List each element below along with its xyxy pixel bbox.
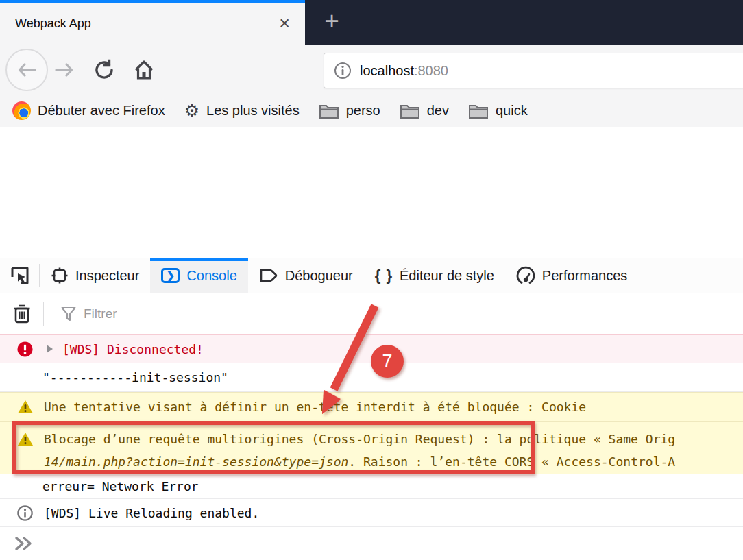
tab-close-icon[interactable]: × — [275, 14, 294, 33]
double-chevron-icon — [14, 535, 34, 552]
tab-debugger[interactable]: Débogueur — [248, 258, 364, 293]
request-url: 14/main.php?action=init-session&type=jso… — [44, 454, 348, 469]
url-port: :8080 — [414, 63, 448, 78]
tab-label: Débogueur — [285, 268, 353, 284]
warning-icon — [17, 432, 34, 446]
tab-title: Webpack App — [15, 16, 275, 31]
tab-performance[interactable]: Performances — [505, 258, 639, 293]
console-icon: ❯ — [161, 268, 180, 283]
bookmark-folder-quick[interactable]: quick — [468, 103, 528, 119]
tab-label: Performances — [542, 268, 628, 284]
url-text: localhost:8080 — [360, 63, 448, 79]
folder-icon — [400, 103, 420, 119]
bookmarks-toolbar: Débuter avec Firefox ⚙ Les plus visités … — [0, 95, 743, 127]
bookmark-label: dev — [427, 103, 449, 119]
bookmark-label: Débuter avec Firefox — [38, 103, 165, 119]
tab-bar: Webpack App × + — [0, 0, 743, 45]
console-message: Blocage d’une requête multiorigines (Cro… — [44, 428, 675, 473]
bookmark-get-started[interactable]: Débuter avec Firefox — [12, 101, 165, 120]
console-message: erreur= Network Error — [42, 479, 199, 494]
bookmark-most-visited[interactable]: ⚙ Les plus visités — [184, 102, 300, 119]
expand-arrow-icon[interactable] — [47, 345, 53, 353]
inspector-icon — [51, 267, 69, 284]
braces-icon: { } — [375, 267, 393, 284]
new-tab-button[interactable]: + — [317, 5, 347, 37]
bookmark-folder-dev[interactable]: dev — [400, 103, 449, 119]
warning-line-1: Blocage d’une requête multiorigines (Cro… — [44, 428, 675, 450]
tab-webpack-app[interactable]: Webpack App × — [0, 0, 305, 45]
bookmark-label: Les plus visités — [206, 103, 300, 119]
home-button[interactable] — [129, 55, 159, 85]
console-row-log[interactable]: "-----------init-session" — [0, 363, 743, 392]
warning-line-2: 14/main.php?action=init-session&type=jso… — [44, 450, 675, 473]
filter-input[interactable] — [84, 306, 289, 321]
trash-icon — [13, 304, 31, 324]
debugger-icon — [259, 267, 278, 284]
performance-gauge-icon — [516, 266, 535, 285]
console-input-row[interactable] — [0, 527, 743, 560]
tab-console[interactable]: ❯ Console — [150, 258, 247, 293]
tab-label: Inspecteur — [75, 268, 139, 284]
tab-style-editor[interactable]: { } Éditeur de style — [364, 258, 505, 293]
console-row-error[interactable]: [WDS] Disconnected! — [0, 334, 743, 363]
page-content — [0, 127, 743, 258]
error-icon — [17, 341, 33, 357]
devtools-panel: Inspecteur ❯ Console Débogueur { } Édite… — [0, 258, 743, 560]
node-picker-button[interactable] — [0, 264, 40, 287]
forward-arrow-icon — [54, 60, 75, 80]
firefox-logo-icon — [12, 101, 31, 120]
warning-icon — [17, 400, 34, 414]
console-row-warning[interactable]: Une tentative visant à définir un en-têt… — [0, 392, 743, 422]
console-row-log[interactable]: erreur= Network Error — [0, 474, 743, 499]
console-toolbar — [0, 293, 743, 334]
reload-icon — [93, 59, 115, 81]
devtools-tabbar: Inspecteur ❯ Console Débogueur { } Édite… — [0, 258, 743, 293]
forward-button[interactable] — [49, 55, 80, 85]
console-message: [WDS] Disconnected! — [62, 342, 204, 356]
home-icon — [133, 59, 155, 81]
console-row-warning-cors[interactable]: Blocage d’une requête multiorigines (Cro… — [0, 422, 743, 474]
reload-button[interactable] — [89, 55, 119, 85]
gear-icon: ⚙ — [184, 102, 199, 119]
tab-inspector[interactable]: Inspecteur — [40, 258, 150, 293]
browser-window: Webpack App × + — [0, 0, 743, 560]
bookmark-folder-perso[interactable]: perso — [319, 103, 380, 119]
tab-label: Console — [186, 268, 236, 284]
console-message: Une tentative visant à définir un en-têt… — [44, 400, 586, 414]
url-bar[interactable]: localhost:8080 — [324, 53, 743, 88]
back-arrow-icon — [16, 60, 37, 80]
folder-icon — [319, 103, 339, 119]
filter-funnel-icon — [60, 306, 77, 322]
info-icon — [17, 505, 33, 521]
site-info-icon[interactable] — [334, 62, 352, 80]
url-host: localhost — [360, 63, 414, 78]
bookmark-label: perso — [346, 103, 380, 119]
console-message: "-----------init-session" — [42, 370, 228, 385]
console-message: [WDS] Live Reloading enabled. — [44, 506, 259, 520]
node-picker-icon — [10, 265, 30, 286]
clear-console-button[interactable] — [0, 302, 44, 326]
navigation-toolbar: localhost:8080 — [0, 45, 743, 95]
tab-label: Éditeur de style — [400, 268, 494, 284]
folder-icon — [468, 103, 489, 119]
bookmark-label: quick — [496, 103, 528, 119]
console-row-info[interactable]: [WDS] Live Reloading enabled. — [0, 499, 743, 527]
back-button[interactable] — [5, 49, 48, 91]
